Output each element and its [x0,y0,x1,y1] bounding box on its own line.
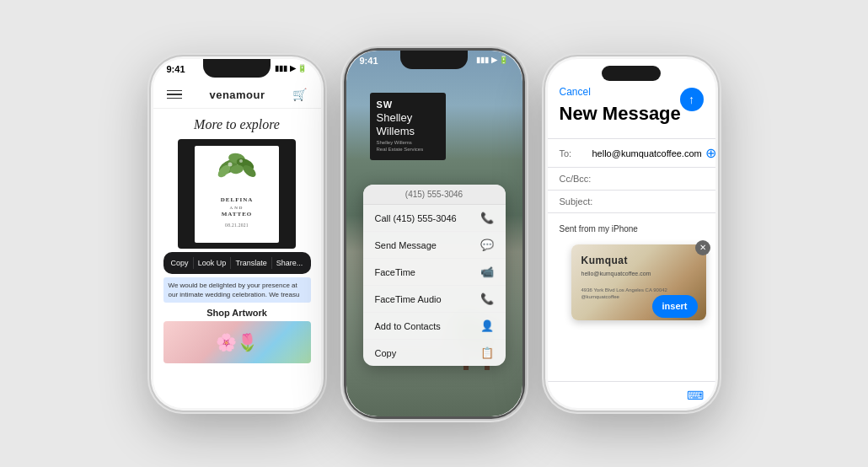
insert-button[interactable]: insert [652,295,698,318]
business-card-attachment: ✕ Kumquat hello@kumquatcoffee.com 4936 Y… [571,244,706,325]
phone3-screen: Cancel New Message ↑ To: hello@kumquatco… [548,59,715,408]
popup-add-contacts-label: Add to Contacts [375,321,441,331]
context-share[interactable]: Share... [272,257,308,269]
context-copy[interactable]: Copy [167,257,194,269]
real-estate-sign: SW Shelley Willems Shelley Willems Real … [370,93,446,160]
popup-copy-label: Copy [375,348,397,358]
time-2: 9:41 [360,56,378,66]
to-label: To: [560,148,589,158]
subject-field[interactable]: Subject: [548,191,715,213]
card-date: 08.21.2021 [221,223,254,229]
leaves-decoration [195,146,279,188]
popup-add-contacts[interactable]: Add to Contacts 👤 [363,313,506,340]
svg-point-6 [228,162,233,166]
selected-text: We would be delighted by your presence a… [163,277,311,303]
time-1: 9:41 [167,64,185,74]
sign-initials: SW [377,99,439,110]
keyboard-toolbar: ⌨ [548,381,715,408]
explore-title: More to explore [163,117,311,132]
sign-first-name: Shelley [377,111,439,125]
hamburger-menu[interactable] [167,90,182,99]
phone-3: Cancel New Message ↑ To: hello@kumquatco… [545,56,718,411]
phone-1: 9:41 ▮▮▮ ▶ 🔋 venamour 🛒 More to explore [151,56,324,411]
add-recipient-icon[interactable]: ⊕ [705,145,715,161]
flower-banner: 🌸🌷 [163,321,311,363]
card-text-area: DELFINA AND MATTEO 08.21.2021 [221,196,254,228]
biz-card-name: Kumquat [581,253,696,268]
contacts-icon: 👤 [480,319,494,332]
status-icons-1: ▮▮▮ ▶ 🔋 [275,64,307,72]
cc-label: Cc/Bcc: [560,174,592,184]
subject-label: Subject: [560,196,593,207]
cart-icon[interactable]: 🛒 [292,88,307,101]
facetime-video-icon: 📹 [480,266,494,278]
wedding-card: DELFINA AND MATTEO 08.21.2021 [195,146,279,243]
phone1-body: More to explore [153,109,321,408]
card-name2: MATTEO [221,211,254,219]
copy-icon: 📋 [480,346,494,359]
logo: venamour [209,89,265,101]
context-menu-bar[interactable]: Copy Look Up Translate Share... [163,252,311,274]
shop-artwork-label[interactable]: Shop Artwork [163,308,311,318]
to-field[interactable]: To: hello@kumquatcoffee.com ⊕ [548,139,715,168]
to-value[interactable]: hello@kumquatcoffee.com [592,148,702,158]
cc-field[interactable]: Cc/Bcc: [548,168,715,191]
phone2-screen: 9:41 ▮▮▮ ▶ 🔋 SW Shelley Willems Shelley … [346,51,522,416]
send-button[interactable]: ↑ [680,88,704,111]
email-body[interactable]: Sent from my iPhone ✕ Kumquat hello@kumq… [548,213,715,381]
leaf-svg [212,146,262,184]
phone-number-popup[interactable]: (415) 555-3046 Call (415) 555-3046 📞 Sen… [363,185,506,366]
facetime-audio-icon: 📞 [480,293,494,305]
biz-card-email: hello@kumquatcoffee.com [581,270,696,279]
wedding-card-wrapper: DELFINA AND MATTEO 08.21.2021 [178,139,296,249]
signature-text: Sent from my iPhone [560,224,638,234]
popup-facetime[interactable]: FaceTime 📹 [363,259,506,286]
popup-send-message[interactable]: Send Message 💬 [363,232,506,259]
keyboard-toggle-icon[interactable]: ⌨ [687,389,704,402]
status-icons-2: ▮▮▮ ▶ 🔋 [476,56,508,64]
notch-1 [203,59,271,78]
phone1-screen: 9:41 ▮▮▮ ▶ 🔋 venamour 🛒 More to explore [153,59,321,408]
svg-point-8 [226,174,228,176]
card-names: DELFINA [221,196,254,205]
phone-2: 9:41 ▮▮▮ ▶ 🔋 SW Shelley Willems Shelley … [344,48,525,419]
card-and: AND [221,205,254,211]
popup-facetime-audio[interactable]: FaceTime Audio 📞 [363,286,506,313]
popup-facetime-label: FaceTime [375,267,416,277]
context-lookup[interactable]: Look Up [194,257,232,269]
popup-call-label: Call (415) 555-3046 [375,213,457,223]
sign-last-name: Willems [377,125,439,138]
svg-point-7 [239,159,243,163]
popup-call[interactable]: Call (415) 555-3046 📞 [363,205,506,232]
popup-send-label: Send Message [375,240,437,250]
popup-copy[interactable]: Copy 📋 [363,340,506,366]
context-translate[interactable]: Translate [231,257,271,269]
dynamic-island [602,66,661,81]
status-bar-2: 9:41 ▮▮▮ ▶ 🔋 [346,51,522,78]
message-icon: 💬 [480,239,494,251]
remove-attachment-button[interactable]: ✕ [695,240,710,255]
popup-facetime-audio-label: FaceTime Audio [375,294,442,304]
sign-subtitle: Shelley Willems Real Estate Services [377,140,439,153]
phone-icon: 📞 [480,212,494,224]
popup-phone-number: (415) 555-3046 [363,185,506,205]
